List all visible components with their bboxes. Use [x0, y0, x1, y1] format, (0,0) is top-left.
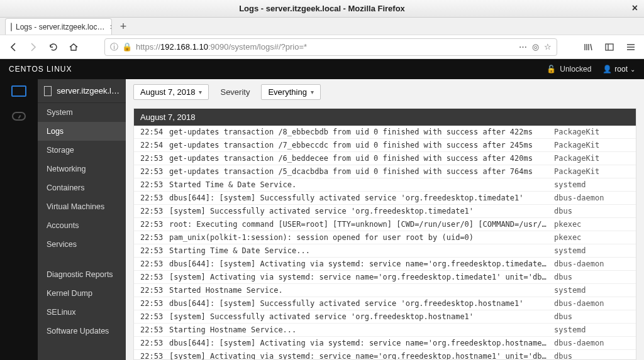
log-row[interactable]: 22:53dbus[644]: [system] Activating via … [134, 258, 636, 271]
reader-view-icon[interactable]: ◎ [532, 42, 539, 52]
log-source: PackageKit [554, 141, 630, 150]
log-source: systemd [554, 246, 630, 255]
log-message: get-updates transaction /8_ebbecbdb from… [169, 128, 554, 136]
sidebar-item-services[interactable]: Services [38, 235, 126, 254]
date-picker[interactable]: August 7, 2018 ▾ [133, 84, 209, 100]
sidebar-item-accounts[interactable]: Accounts [38, 216, 126, 235]
log-row[interactable]: 22:53Starting Hostname Service...systemd [134, 324, 636, 337]
log-time: 22:53 [140, 325, 169, 334]
log-source: pkexec [554, 220, 630, 229]
new-tab-button[interactable]: + [114, 18, 132, 35]
log-row[interactable]: 22:53Started Time & Date Service.systemd [134, 178, 636, 192]
main-panel: August 7, 2018 ▾ Severity Everything ▾ A… [126, 79, 644, 360]
window-close-button[interactable]: × [632, 3, 638, 13]
server-header[interactable]: server.itzgeek.l… [38, 79, 126, 103]
log-row[interactable]: 22:53[system] Activating via systemd: se… [134, 271, 636, 284]
host-icon[interactable] [11, 85, 26, 97]
log-panel[interactable]: August 7, 2018 22:54get-updates transact… [133, 108, 636, 360]
tab-close-button[interactable]: × [109, 22, 112, 32]
log-row[interactable]: 22:53dbus[644]: [system] Successfully ac… [134, 297, 636, 310]
nav-home-button[interactable] [67, 40, 80, 54]
sidebar-item-logs[interactable]: Logs [38, 122, 126, 141]
log-source: dbus [554, 273, 630, 281]
log-row[interactable]: 22:53pam_unix(polkit-1:session): session… [134, 231, 636, 244]
sidebar-item-kernel-dump[interactable]: Kernel Dump [38, 284, 126, 303]
log-time: 22:53 [140, 246, 169, 255]
privileged-status[interactable]: 🔓 Unlocked [547, 65, 591, 74]
brand-label: CENTOS LINUX [9, 65, 547, 74]
log-message: dbus[644]: [system] Activating via syste… [169, 259, 554, 268]
browser-tab[interactable]: Logs - server.itzgeek.loc… × [5, 18, 112, 35]
sidebar-item-virtual-machines[interactable]: Virtual Machines [38, 197, 126, 216]
nav-list-secondary: Diagnostic ReportsKernel DumpSELinuxSoft… [38, 265, 126, 341]
log-row[interactable]: 22:53root: Executing command [USER=root]… [134, 218, 636, 231]
url-bar[interactable]: ⓘ 🔒 https://192.168.1.10:9090/system/log… [104, 38, 557, 56]
nav-reload-button[interactable] [47, 40, 60, 54]
browser-toolbar: ⓘ 🔒 https://192.168.1.10:9090/system/log… [0, 35, 644, 59]
log-message: [system] Activating via systemd: service… [169, 273, 554, 281]
log-message: get-updates transaction /6_beddecee from… [169, 154, 554, 163]
sidebar-item-storage[interactable]: Storage [38, 141, 126, 160]
user-label: root [614, 65, 628, 74]
log-filters: August 7, 2018 ▾ Severity Everything ▾ [126, 79, 644, 104]
nav-forward-button[interactable] [26, 40, 40, 54]
library-icon[interactable] [581, 40, 595, 54]
log-row[interactable]: 22:53Starting Time & Date Service...syst… [134, 244, 636, 258]
chevron-down-icon: ▾ [199, 89, 202, 95]
sidebar-item-networking[interactable]: Networking [38, 160, 126, 178]
user-menu[interactable]: 👤 root ⌄ [602, 65, 635, 74]
log-message: root: Executing command [USER=root] [TTY… [169, 220, 554, 229]
log-source: systemd [554, 325, 630, 334]
log-source: dbus-daemon [554, 339, 630, 347]
sidebar-item-software-updates[interactable]: Software Updates [38, 322, 126, 341]
lock-open-icon: 🔓 [547, 65, 556, 74]
log-row[interactable]: 22:54get-updates transaction /8_ebbecbdb… [134, 126, 636, 139]
severity-picker-label: Everything [268, 87, 306, 97]
window-title: Logs - server.itzgeek.local - Mozilla Fi… [239, 4, 405, 13]
log-time: 22:53 [140, 167, 169, 176]
log-source: dbus [554, 207, 630, 215]
log-row[interactable]: 22:53[system] Successfully activated ser… [134, 205, 636, 218]
sidebar-item-containers[interactable]: Containers [38, 178, 126, 197]
log-time: 22:53 [140, 194, 169, 202]
log-source: dbus-daemon [554, 259, 630, 268]
dashboard-icon[interactable] [12, 112, 26, 121]
tab-title: Logs - server.itzgeek.loc… [16, 23, 104, 31]
nav-back-button[interactable] [6, 40, 20, 54]
log-message: dbus[644]: [system] Successfully activat… [169, 194, 554, 202]
log-time: 22:54 [140, 141, 169, 150]
log-source: PackageKit [554, 128, 630, 136]
log-source: systemd [554, 180, 630, 189]
url-text: https://192.168.1.10:9090/system/logs#/?… [136, 42, 519, 52]
log-row[interactable]: 22:53[system] Successfully activated ser… [134, 310, 636, 324]
log-row[interactable]: 22:53dbus[644]: [system] Activating via … [134, 337, 636, 350]
log-time: 22:54 [140, 128, 169, 136]
window-titlebar: Logs - server.itzgeek.local - Mozilla Fi… [0, 0, 644, 18]
bookmark-star-icon[interactable]: ☆ [544, 42, 552, 52]
log-row[interactable]: 22:53Started Hostname Service.systemd [134, 284, 636, 297]
log-source: dbus-daemon [554, 194, 630, 202]
privileged-label: Unlocked [560, 65, 591, 74]
log-time: 22:53 [140, 352, 169, 360]
log-row[interactable]: 22:53get-updates transaction /5_dcacbdba… [134, 165, 636, 178]
log-source: systemd [554, 286, 630, 295]
sidebar-item-diagnostic-reports[interactable]: Diagnostic Reports [38, 265, 126, 284]
sidebar-item-system[interactable]: System [38, 103, 126, 122]
log-time: 22:53 [140, 207, 169, 215]
log-message: [system] Successfully activated service … [169, 312, 554, 321]
log-row[interactable]: 22:53dbus[644]: [system] Successfully ac… [134, 192, 636, 205]
log-row[interactable]: 22:54get-updates transaction /7_ebbeccdc… [134, 139, 636, 152]
log-source: PackageKit [554, 167, 630, 176]
sidebar-item-selinux[interactable]: SELinux [38, 303, 126, 322]
log-source: dbus-daemon [554, 299, 630, 308]
log-row[interactable]: 22:53get-updates transaction /6_beddecee… [134, 152, 636, 165]
log-time: 22:53 [140, 233, 169, 242]
severity-picker[interactable]: Everything ▾ [261, 84, 320, 100]
log-message: Started Time & Date Service. [169, 180, 554, 189]
info-icon[interactable]: ⓘ [110, 41, 118, 53]
menu-icon[interactable] [624, 40, 638, 54]
log-row[interactable]: 22:53[system] Activating via systemd: se… [134, 350, 636, 360]
log-time: 22:53 [140, 339, 169, 347]
sidebar-toggle-icon[interactable] [602, 40, 616, 54]
page-actions-icon[interactable]: ⋯ [519, 42, 527, 52]
